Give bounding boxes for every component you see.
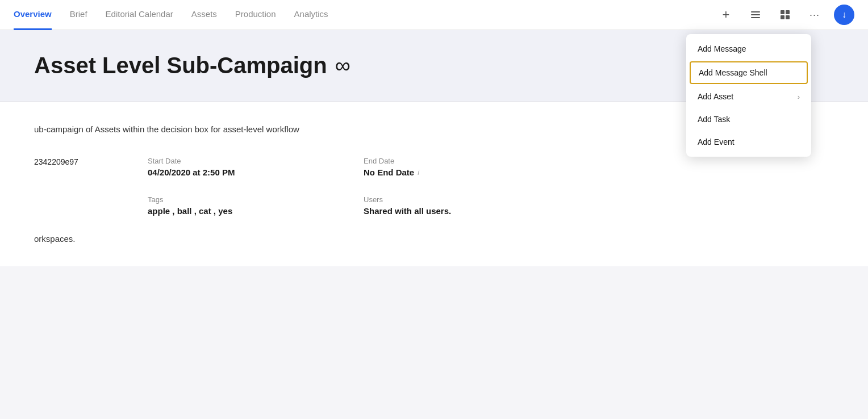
menu-item-add-message-shell[interactable]: Add Message Shell <box>690 61 808 84</box>
top-navigation: Overview Brief Editorial Calendar Assets… <box>0 0 868 30</box>
nav-actions: + ··· ↓ <box>716 5 854 25</box>
campaign-id: 2342209e97 <box>34 157 148 167</box>
grid-icon <box>779 9 791 20</box>
menu-item-add-message[interactable]: Add Message <box>686 37 811 60</box>
end-date-value: No End Date <box>364 167 414 177</box>
users-field: Users Shared with all users. <box>364 195 579 216</box>
dropdown-menu: Add Message Add Message Shell Add Asset … <box>686 34 811 157</box>
workspaces-text: orkspaces. <box>34 234 868 244</box>
menu-item-add-asset[interactable]: Add Asset › <box>686 85 811 108</box>
chevron-right-icon: › <box>798 93 800 101</box>
end-date-field: End Date No End Date i <box>364 157 579 177</box>
list-view-button[interactable] <box>745 5 766 25</box>
svg-rect-0 <box>751 11 760 12</box>
nav-tabs-container: Overview Brief Editorial Calendar Assets… <box>14 0 716 30</box>
start-date-value: 04/20/2020 at 2:50 PM <box>148 167 364 177</box>
end-date-value-container: No End Date i <box>364 167 579 177</box>
svg-rect-1 <box>751 14 760 15</box>
svg-rect-6 <box>786 15 790 19</box>
svg-rect-3 <box>781 10 784 14</box>
tags-value: apple , ball , cat , yes <box>148 206 364 216</box>
menu-item-add-task[interactable]: Add Task <box>686 108 811 131</box>
tab-overview[interactable]: Overview <box>14 0 52 30</box>
campaign-id-value: 2342209e97 <box>34 157 78 166</box>
end-date-label: End Date <box>364 157 579 165</box>
start-date-field: Start Date 04/20/2020 at 2:50 PM <box>148 157 364 177</box>
more-options-button[interactable]: ··· <box>804 5 825 25</box>
add-button[interactable]: + <box>716 5 736 25</box>
users-value: Shared with all users. <box>364 206 579 216</box>
download-button[interactable]: ↓ <box>834 5 854 25</box>
tab-assets[interactable]: Assets <box>191 0 217 30</box>
infinity-icon: ∞ <box>335 53 350 78</box>
meta-grid: 2342209e97 Start Date 04/20/2020 at 2:50… <box>34 157 868 216</box>
campaign-title-text: Asset Level Sub-Campaign <box>34 53 327 78</box>
start-date-label: Start Date <box>148 157 364 165</box>
svg-rect-2 <box>751 17 760 18</box>
list-icon <box>750 9 761 20</box>
tab-production[interactable]: Production <box>235 0 276 30</box>
tags-field: Tags apple , ball , cat , yes <box>148 195 364 216</box>
tags-label: Tags <box>148 195 364 204</box>
svg-rect-5 <box>781 15 784 19</box>
tab-analytics[interactable]: Analytics <box>294 0 328 30</box>
info-icon: i <box>418 168 419 177</box>
users-label: Users <box>364 195 579 204</box>
menu-item-add-event[interactable]: Add Event <box>686 131 811 153</box>
grid-view-button[interactable] <box>775 5 795 25</box>
svg-rect-4 <box>786 10 790 14</box>
tab-brief[interactable]: Brief <box>70 0 87 30</box>
tab-editorial-calendar[interactable]: Editorial Calendar <box>106 0 173 30</box>
